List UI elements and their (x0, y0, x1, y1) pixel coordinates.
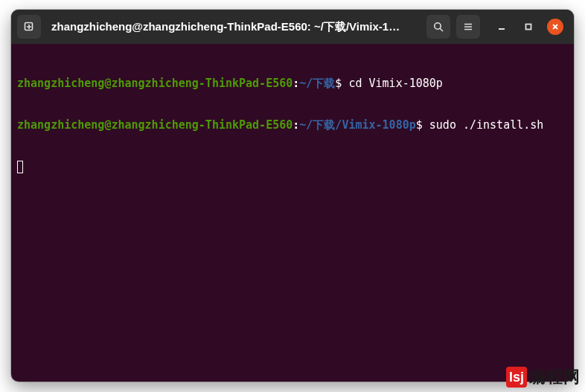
search-button[interactable] (426, 15, 450, 39)
terminal-body[interactable]: zhangzhicheng@zhangzhicheng-ThinkPad-E56… (11, 44, 574, 382)
prompt-colon: : (292, 77, 299, 90)
new-tab-icon (23, 21, 35, 33)
prompt-colon: : (292, 118, 299, 132)
command-text: sudo ./install.sh (429, 118, 544, 132)
terminal-line: zhangzhicheng@zhangzhicheng-ThinkPad-E56… (17, 77, 568, 91)
window-title: zhangzhicheng@zhangzhicheng-ThinkPad-E56… (47, 20, 421, 34)
minimize-button[interactable] (493, 19, 510, 35)
menu-button[interactable] (456, 15, 480, 39)
svg-point-3 (435, 23, 441, 29)
close-button[interactable] (547, 19, 563, 35)
hamburger-icon (462, 21, 474, 33)
terminal-line: zhangzhicheng@zhangzhicheng-ThinkPad-E56… (17, 118, 568, 132)
minimize-icon (498, 23, 505, 30)
watermark-text: 编程网 (529, 366, 581, 388)
maximize-button[interactable] (520, 19, 537, 35)
watermark: lsj 编程网 (506, 366, 581, 388)
maximize-icon (525, 23, 532, 30)
close-icon (552, 23, 559, 30)
cursor-line (17, 160, 568, 174)
terminal-window: zhangzhicheng@zhangzhicheng-ThinkPad-E56… (11, 10, 574, 382)
search-icon (432, 21, 444, 33)
cursor-block (17, 161, 23, 173)
watermark-badge: lsj (506, 367, 527, 388)
prompt-dollar: $ (335, 77, 348, 90)
prompt-user: zhangzhicheng@zhangzhicheng-ThinkPad-E56… (17, 77, 292, 90)
titlebar: zhangzhicheng@zhangzhicheng-ThinkPad-E56… (11, 10, 574, 44)
prompt-dollar: $ (416, 118, 429, 132)
prompt-path: ~/下载/Vimix-1080p (299, 118, 415, 132)
prompt-user: zhangzhicheng@zhangzhicheng-ThinkPad-E56… (17, 118, 292, 132)
command-text: cd Vimix-1080p (348, 77, 442, 90)
window-controls (486, 19, 568, 35)
svg-rect-9 (526, 25, 531, 30)
prompt-path: ~/下载 (299, 77, 335, 90)
new-tab-button[interactable] (17, 15, 41, 39)
svg-line-4 (440, 28, 443, 31)
